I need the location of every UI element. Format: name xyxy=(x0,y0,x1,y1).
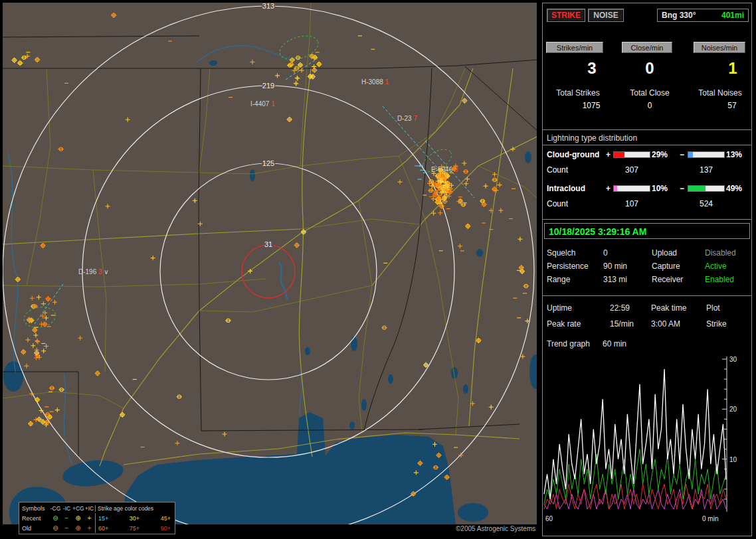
y-tick-label: 10 xyxy=(729,456,737,463)
strike-filter-button[interactable]: STRIKE xyxy=(547,9,585,22)
cg-negative-pct: 13% xyxy=(726,150,742,159)
cg-negative-count: 137 xyxy=(688,165,725,175)
divider xyxy=(543,129,751,130)
receiver-label: Receiver xyxy=(652,275,683,284)
range-value: 313 mi xyxy=(603,275,627,284)
cg-positive-pct: 29% xyxy=(652,150,668,159)
minus-sign: − xyxy=(680,184,684,193)
copyright-text: ©2005 Astrogenic Systems xyxy=(456,525,535,532)
noises-per-min-header: Noises/min xyxy=(694,42,745,53)
ic-positive-bar xyxy=(613,185,650,192)
map-svg: 313 219 125 31 H-3088 1I-4407 1D-23 7E-5… xyxy=(3,3,537,524)
x-left-label: 60 xyxy=(545,515,553,522)
distribution-title: Lightning type distribution xyxy=(547,133,637,143)
ic-negative-count: 524 xyxy=(688,199,725,208)
ic-positive-pct: 10% xyxy=(652,184,668,193)
map-legend: Symbols -CG -IC +CG +IC Strike age color… xyxy=(19,502,175,534)
ic-positive-count: 107 xyxy=(613,199,650,208)
ic-negative-bar xyxy=(688,185,725,192)
legend-cell: + xyxy=(84,525,95,532)
cg-negative-bar xyxy=(688,151,725,158)
uptime-value: 22:59 xyxy=(610,303,630,313)
legend-cell: − xyxy=(61,525,72,532)
info-panel: STRIKE NOISE Bng 330° 401mi Strikes/min … xyxy=(539,0,756,539)
total-close-value: 0 xyxy=(613,101,686,110)
upload-value: Disabled xyxy=(705,248,736,258)
legend-cell: ⊖ xyxy=(50,515,61,522)
legend-col-neg-cg: -CG xyxy=(50,505,61,512)
storm-label: I-4407 1 xyxy=(250,100,275,108)
strikes-per-min-header: Strikes/min xyxy=(546,42,603,53)
legend-cell: ⊕ xyxy=(72,525,84,532)
ring-label-31: 31 xyxy=(264,240,272,248)
ring-label-125: 125 xyxy=(262,159,274,167)
legend-grid: Symbols -CG -IC +CG +IC Strike age color… xyxy=(19,502,175,534)
legend-cell: Recent xyxy=(21,515,50,522)
plus-sign: + xyxy=(606,150,611,159)
squelch-value: 0 xyxy=(603,248,608,258)
squelch-label: Squelch xyxy=(547,248,575,258)
uptime-label: Uptime xyxy=(547,303,572,313)
bearing-readout: Bng 330° 401mi xyxy=(657,9,749,22)
strikes-per-min-value: 3 xyxy=(572,59,612,78)
legend-cell: Old xyxy=(21,525,50,532)
bearing-distance: 401mi xyxy=(721,11,744,20)
receiver-value: Enabled xyxy=(705,275,734,284)
cloud-ground-label: Cloud-ground xyxy=(547,150,599,159)
ring-label-219: 219 xyxy=(262,82,274,90)
trend-graph-value: 60 min xyxy=(603,339,626,348)
legend-cell: ⊖ xyxy=(50,525,61,532)
total-strikes-label: Total Strikes xyxy=(541,88,614,98)
divider xyxy=(543,219,751,220)
cg-positive-count: 307 xyxy=(613,165,650,175)
capture-value: Active xyxy=(705,262,727,271)
intracloud-label: Intracloud xyxy=(547,184,585,193)
legend-symbols-header: Symbols xyxy=(21,505,50,512)
bearing-label: Bng 330° xyxy=(662,11,696,20)
upload-label: Upload xyxy=(652,248,677,258)
total-noises-value: 57 xyxy=(696,101,756,110)
peak-time-label: Peak time xyxy=(651,303,686,313)
legend-cell: + xyxy=(84,515,95,522)
plot-label: Plot xyxy=(706,303,720,313)
legend-col-neg-ic: -IC xyxy=(61,505,72,512)
cg-count-label: Count xyxy=(547,165,568,175)
ic-count-label: Count xyxy=(547,199,568,208)
legend-age-header: Strike age color codes xyxy=(95,505,173,512)
ic-negative-pct: 49% xyxy=(726,184,742,193)
peak-rate-value: 15/min xyxy=(610,319,634,329)
close-per-min-value: 0 xyxy=(630,59,670,78)
divider xyxy=(543,295,751,296)
y-tick-label: 30 xyxy=(729,356,737,363)
cg-positive-bar xyxy=(613,151,650,158)
legend-col-pos-cg: +CG xyxy=(72,505,84,512)
datetime-display: 10/18/2025 3:29:16 AM xyxy=(544,223,750,239)
divider xyxy=(543,145,751,145)
storm-label: H-3088 1 xyxy=(361,78,389,86)
trend-chart: 102030600 min xyxy=(543,354,751,530)
minus-sign: − xyxy=(680,150,684,159)
map-area[interactable]: 313 219 125 31 H-3088 1I-4407 1D-23 7E-5… xyxy=(0,0,539,539)
close-per-min-header: Close/min xyxy=(622,42,672,53)
range-label: Range xyxy=(547,275,570,284)
plot-value: Strike xyxy=(706,319,727,329)
legend-cell: ⊕ xyxy=(72,515,84,522)
legend-col-pos-ic: +IC xyxy=(84,505,95,512)
capture-label: Capture xyxy=(652,262,680,271)
legend-cell: − xyxy=(61,515,72,522)
legend-age-codes: 60+75+90+ xyxy=(95,523,173,533)
peak-time-value: 3:00 AM xyxy=(651,319,680,329)
legend-age-codes: 15+30+45+ xyxy=(95,513,173,523)
persistence-label: Persistence xyxy=(547,262,589,271)
x-right-label: 0 min xyxy=(702,515,718,522)
peak-rate-label: Peak rate xyxy=(547,319,581,329)
panel-frame: STRIKE NOISE Bng 330° 401mi Strikes/min … xyxy=(542,3,752,536)
plus-sign: + xyxy=(606,184,611,193)
noise-filter-button[interactable]: NOISE xyxy=(588,9,624,22)
y-tick-label: 20 xyxy=(729,406,737,413)
total-noises-label: Total Noises xyxy=(684,88,756,98)
total-close-label: Total Close xyxy=(613,88,686,98)
storm-label: D-23 7 xyxy=(397,115,417,122)
trend-graph-label: Trend graph xyxy=(547,339,590,348)
ring-label-313: 313 xyxy=(262,3,274,10)
